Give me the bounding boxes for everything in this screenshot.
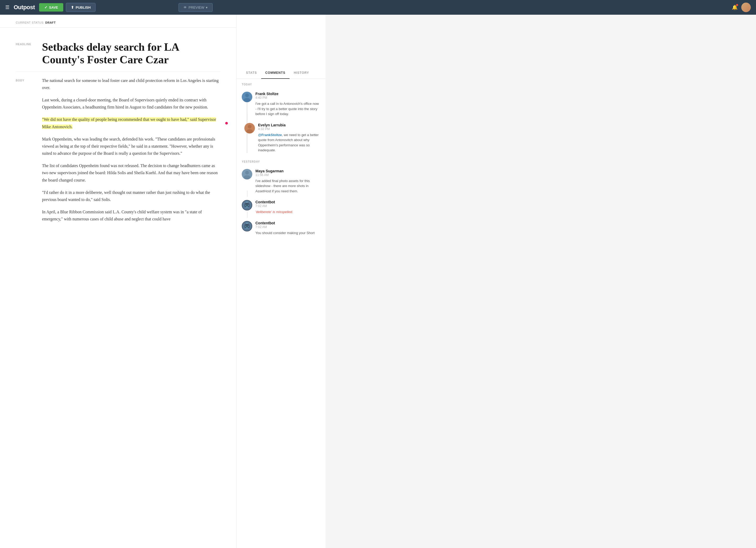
comment-author-contentbot-1: Contentbot [255, 200, 320, 204]
svg-point-4 [248, 125, 251, 128]
mention-frank: @FrankStoltze [258, 133, 282, 137]
status-value: DRAFT [45, 21, 56, 24]
user-avatar[interactable] [741, 3, 751, 12]
body-label: BODY [16, 77, 42, 82]
hamburger-icon[interactable]: ☰ [5, 4, 9, 10]
tab-history[interactable]: HISTORY [290, 67, 313, 79]
avatar-frank [242, 92, 252, 102]
svg-point-2 [244, 98, 250, 102]
right-panel: STATS COMMENTS HISTORY TODAY [236, 15, 325, 548]
today-separator: TODAY [242, 79, 320, 88]
tab-comments[interactable]: COMMENTS [261, 67, 290, 79]
svg-point-7 [245, 171, 249, 174]
comment-contentbot-2: Contentbot 7:02 AM You should consider m… [242, 218, 320, 239]
headline-label: HEADLINE [16, 41, 42, 46]
comment-time-contentbot-2: 7:02 AM [255, 225, 320, 229]
svg-point-22 [246, 223, 248, 224]
body-paragraph-5: The list of candidates Oppenheim found w… [42, 162, 221, 184]
body-paragraph-4: Mark Oppenheim, who was leading the sear… [42, 135, 221, 157]
comments-section: TODAY Frank Stoltze 4:40 PM [237, 79, 325, 238]
yesterday-separator: YESTERDAY [242, 156, 320, 166]
comment-time-evelyn: 4:32 PM [258, 127, 320, 131]
eye-icon: 👁 [183, 6, 187, 9]
check-icon: ✓ [44, 5, 48, 9]
avatar-maya [242, 169, 252, 179]
body-paragraph-1: The national search for someone to lead … [42, 77, 221, 91]
comment-text-evelyn: @FrankStoltze, we need to get a better q… [258, 132, 320, 153]
comment-body-frank: Frank Stoltze 4:40 PM I've got a call in… [255, 92, 320, 117]
comment-text-maya: I've added final photo assets for this s… [255, 178, 320, 194]
headline-content[interactable]: Setbacks delay search for LA County's Fo… [42, 41, 221, 66]
body-paragraph-7: In April, a Blue Ribbon Commission said … [42, 208, 221, 222]
comment-text-frank: I've got a call in to Antonovich's offic… [255, 101, 320, 117]
panel-tabs: STATS COMMENTS HISTORY [237, 67, 325, 79]
svg-point-19 [248, 226, 249, 227]
svg-point-12 [248, 205, 249, 206]
comment-text-contentbot-1: 'deliberete' is misspelled. [255, 209, 320, 214]
svg-point-1 [245, 93, 249, 97]
headline-text[interactable]: Setbacks delay search for LA County's Fo… [42, 41, 221, 66]
comment-text-contentbot-2: You should consider making your Short [255, 230, 320, 236]
svg-point-5 [246, 129, 253, 133]
comment-frank: Frank Stoltze 4:40 PM I've got a call in… [242, 88, 320, 120]
comment-author-contentbot-2: Contentbot [255, 221, 320, 225]
status-bar: CURRENT STATUS: DRAFT [0, 15, 236, 28]
tab-stats[interactable]: STATS [242, 67, 261, 79]
article-content: HEADLINE Setbacks delay search for LA Co… [0, 28, 236, 236]
headline-field-row: HEADLINE Setbacks delay search for LA Co… [16, 35, 221, 72]
highlighted-quote: "We did not have the quality of people b… [42, 117, 216, 129]
body-text[interactable]: The national search for someone to lead … [42, 77, 221, 223]
comment-author-frank: Frank Stoltze [255, 92, 320, 96]
comment-evelyn: Evelyn Larrubia 4:32 PM @FrankStoltze, w… [242, 120, 320, 156]
avatar-contentbot-2 [242, 221, 252, 231]
avatar-contentbot-1 [242, 200, 252, 210]
comment-time-maya: 11:56 AM [255, 173, 320, 177]
chevron-down-icon: ▾ [206, 6, 208, 9]
svg-rect-13 [246, 206, 249, 207]
svg-point-8 [244, 175, 250, 179]
status-label: CURRENT STATUS: DRAFT [16, 21, 56, 24]
main-layout: CURRENT STATUS: DRAFT HEADLINE Setbacks … [0, 15, 756, 548]
body-paragraph-2: Last week, during a closed-door meeting,… [42, 96, 221, 111]
comment-body-maya: Maya Sugarman 11:56 AM I've added final … [255, 169, 320, 194]
svg-point-11 [245, 205, 246, 206]
body-paragraph-3: "We did not have the quality of people b… [42, 116, 221, 130]
body-paragraph-6: "I'd rather do it in a more deliberete, … [42, 189, 221, 203]
notification-badge [736, 4, 738, 6]
comment-body-contentbot-1: Contentbot 7:02 AM 'deliberete' is missp… [255, 200, 320, 214]
comment-author-maya: Maya Sugarman [255, 169, 320, 173]
body-field-row: BODY The national search for someone to … [16, 72, 221, 228]
comment-time-frank: 4:40 PM [255, 96, 320, 100]
editor-area: CURRENT STATUS: DRAFT HEADLINE Setbacks … [0, 15, 236, 548]
svg-point-15 [246, 202, 248, 203]
comment-body-evelyn: Evelyn Larrubia 4:32 PM @FrankStoltze, w… [258, 123, 320, 153]
annotation-dot [225, 122, 228, 124]
thread-group-today: Frank Stoltze 4:40 PM I've got a call in… [242, 88, 320, 156]
comment-body-contentbot-2: Contentbot 7:02 AM You should consider m… [255, 221, 320, 236]
comment-contentbot-1: Contentbot 7:02 AM 'deliberete' is missp… [242, 197, 320, 218]
publish-button[interactable]: ⬆ PUBLISH [66, 3, 96, 12]
body-content[interactable]: The national search for someone to lead … [42, 77, 221, 223]
comment-time-contentbot-1: 7:02 AM [255, 204, 320, 208]
comment-author-evelyn: Evelyn Larrubia [258, 123, 320, 127]
svg-point-18 [245, 226, 246, 227]
app-logo: Outpost [14, 4, 35, 11]
preview-button[interactable]: 👁 PREVIEW ▾ [179, 3, 213, 12]
comment-maya: Maya Sugarman 11:56 AM I've added final … [242, 166, 320, 197]
app-header: ☰ Outpost ✓ SAVE ⬆ PUBLISH 👁 PREVIEW ▾ 🔔 [0, 0, 756, 15]
save-button[interactable]: ✓ SAVE [39, 3, 63, 12]
notification-icon[interactable]: 🔔 [732, 4, 738, 10]
upload-icon: ⬆ [71, 5, 74, 9]
svg-rect-20 [246, 227, 249, 228]
avatar-evelyn [244, 123, 255, 133]
